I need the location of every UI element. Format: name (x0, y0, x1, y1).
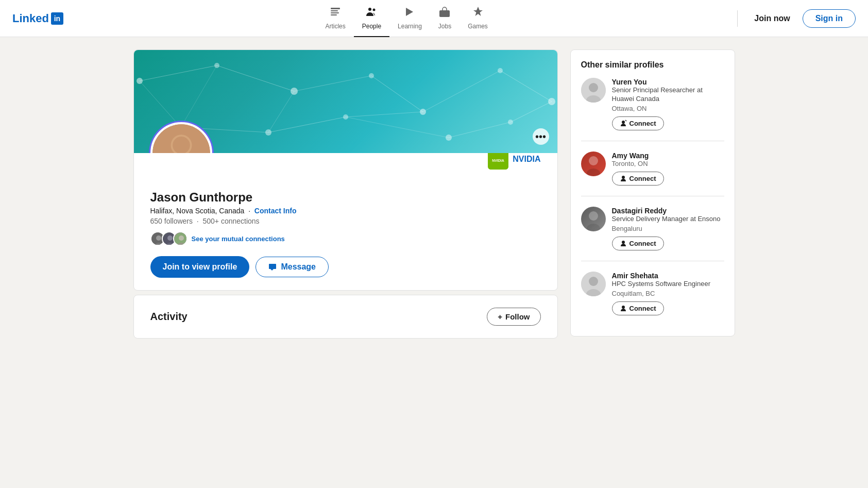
svg-point-63 (622, 241, 625, 244)
profile-stats: 650 followers · 500+ connections (150, 217, 541, 225)
connect-icon-amy (620, 175, 627, 182)
sidebar-column: Other similar profiles Yuren You Senior … (570, 49, 735, 339)
activity-title: Activity (150, 311, 188, 323)
amy-avatar (581, 152, 606, 176)
svg-text:NVIDIA: NVIDIA (492, 159, 504, 162)
svg-line-35 (181, 65, 217, 127)
follow-label: Follow (505, 312, 530, 321)
join-to-view-button[interactable]: Join to view profile (150, 256, 250, 278)
nav-articles[interactable]: Articles (317, 0, 353, 37)
similar-profiles-title: Other similar profiles (581, 60, 724, 70)
yuren-title: Senior Principal Researcher at Huawei Ca… (612, 86, 724, 104)
svg-line-24 (371, 76, 423, 112)
divider-2 (581, 196, 724, 196)
amir-info: Amir Shehata HPC Systems Software Engine… (612, 272, 724, 315)
connect-icon (620, 120, 627, 127)
follow-button[interactable]: + Follow (487, 308, 540, 326)
mutual-connections: See your mutual connections (150, 231, 541, 246)
amy-connect-button[interactable]: Connect (612, 172, 664, 186)
svg-point-54 (622, 121, 625, 124)
divider-1 (581, 141, 724, 141)
mutual-avatar-3 (173, 231, 188, 246)
similar-profile-yuren: Yuren You Senior Principal Researcher at… (581, 78, 724, 130)
dastagiri-title: Service Delivery Manager at Ensono (612, 215, 724, 224)
amir-connect-button[interactable]: Connect (612, 301, 664, 315)
main-layout: ••• NVIDIA NVIDIA Jason Gunthorpe (125, 49, 743, 339)
svg-rect-7 (439, 10, 450, 17)
svg-line-21 (140, 65, 217, 81)
dastagiri-info: Dastagiri Reddy Service Delivery Manager… (612, 207, 724, 250)
activity-section: Activity + Follow (133, 295, 558, 339)
logo-text: Linked (12, 12, 49, 25)
svg-rect-1 (331, 10, 338, 11)
yuren-connect-button[interactable]: Connect (612, 116, 664, 130)
similar-profile-amy: Amy Wang Toronto, ON Connect (581, 152, 724, 186)
dastagiri-connect-button[interactable]: Connect (612, 237, 664, 250)
dastagiri-connect-label: Connect (629, 240, 656, 247)
amy-location: Toronto, ON (612, 160, 724, 167)
connect-icon-amir (620, 305, 627, 312)
svg-point-65 (589, 277, 598, 286)
svg-line-25 (423, 71, 500, 112)
nav-jobs[interactable]: Jobs (430, 0, 459, 37)
activity-header: Activity + Follow (150, 308, 541, 326)
games-label: Games (468, 23, 488, 30)
location-text: Halifax, Nova Scotia, Canada (150, 207, 245, 215)
more-options-button[interactable]: ••• (533, 128, 549, 145)
svg-line-23 (294, 76, 371, 91)
svg-point-5 (373, 9, 376, 11)
jobs-icon (438, 6, 451, 21)
articles-icon (329, 6, 342, 21)
svg-point-43 (156, 235, 161, 241)
contact-info-link[interactable]: Contact Info (254, 207, 297, 215)
navbar: Linked in Articles People Learning (0, 0, 868, 37)
dastagiri-location: Bengaluru (612, 225, 724, 232)
company-name: NVIDIA (513, 155, 540, 164)
svg-point-46 (167, 235, 173, 241)
svg-point-52 (589, 83, 598, 92)
connections-count: 500+ connections (202, 217, 259, 225)
mutual-avatars (150, 231, 188, 246)
mutual-connections-link[interactable]: See your mutual connections (192, 235, 285, 243)
yuren-name: Yuren You (612, 78, 724, 86)
join-now-button[interactable]: Join now (748, 10, 796, 27)
svg-line-29 (268, 117, 346, 132)
learning-label: Learning (398, 23, 422, 30)
learning-icon (403, 6, 416, 21)
svg-rect-2 (331, 12, 339, 13)
profile-column: ••• NVIDIA NVIDIA Jason Gunthorpe (133, 49, 558, 339)
message-button[interactable]: Message (256, 257, 329, 277)
svg-point-67 (622, 306, 625, 309)
nav-people[interactable]: People (354, 0, 389, 37)
svg-line-33 (510, 102, 552, 122)
logo-in-box: in (51, 12, 63, 25)
svg-line-34 (268, 91, 294, 132)
svg-point-4 (368, 8, 371, 11)
svg-rect-0 (331, 8, 340, 9)
svg-line-31 (346, 117, 449, 138)
yuren-info: Yuren You Senior Principal Researcher at… (612, 78, 724, 130)
svg-point-59 (622, 176, 625, 179)
dastagiri-avatar (581, 207, 606, 231)
amir-location: Coquitlam, BC (612, 290, 724, 297)
people-icon (365, 6, 378, 21)
nav-learning[interactable]: Learning (389, 0, 430, 37)
amir-title: HPC Systems Software Engineer (612, 280, 724, 289)
followers-count: 650 followers (150, 217, 193, 225)
people-label: People (362, 23, 381, 30)
amy-connect-label: Connect (629, 175, 656, 182)
similar-profiles-card: Other similar profiles Yuren You Senior … (570, 49, 735, 336)
logo[interactable]: Linked in (12, 12, 63, 25)
amir-avatar (581, 272, 606, 296)
nav-games[interactable]: Games (459, 0, 496, 37)
profile-actions: Join to view profile Message (150, 256, 541, 278)
sign-in-button[interactable]: Sign in (803, 9, 856, 28)
svg-line-26 (500, 71, 552, 102)
similar-profile-dastagiri: Dastagiri Reddy Service Delivery Manager… (581, 207, 724, 250)
navbar-actions: Join now Sign in (733, 9, 856, 28)
amy-info: Amy Wang Toronto, ON Connect (612, 152, 724, 186)
svg-point-61 (589, 211, 598, 221)
svg-point-57 (589, 156, 598, 165)
games-icon (472, 6, 484, 21)
profile-info: NVIDIA NVIDIA Jason Gunthorpe Halifax, N… (134, 153, 557, 290)
